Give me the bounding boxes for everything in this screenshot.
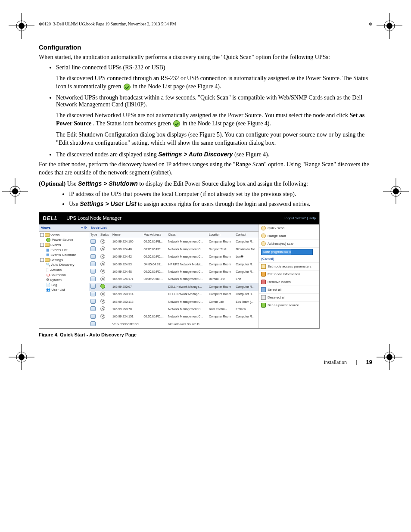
- search-icon: [261, 233, 266, 238]
- device-icon: [90, 314, 96, 319]
- table-row[interactable]: 166.99.250.114DELL Network Manage...Comp…: [89, 291, 258, 298]
- tree-shutdown[interactable]: ⏻ Shutdown: [46, 273, 88, 278]
- edit-info-action[interactable]: Edit node information: [259, 271, 319, 278]
- body-text: to assign access rights for users throug…: [138, 201, 310, 207]
- column-header[interactable]: Location: [208, 232, 234, 238]
- body-text: The Edit Shutdown Configuration dialog b…: [56, 131, 372, 147]
- bullet-title: Serial line connected UPSs (RS-232 or US…: [56, 64, 165, 71]
- table-row[interactable]: 166.99.224.17100:06:23:00:...Network Man…: [89, 276, 258, 283]
- tree-events-calendar[interactable]: ▦ Events Calendar: [46, 252, 88, 258]
- menu-path: Settings > Shutdown: [78, 180, 138, 187]
- page-number: 19: [366, 359, 372, 365]
- address-scan-action[interactable]: Address(es) scan: [259, 240, 319, 248]
- table-row[interactable]: 166.99.224.93D4:85:64:89:...HP UPS Netwo…: [89, 261, 258, 268]
- tree-events[interactable]: −Events: [40, 243, 88, 248]
- body-text: IP address of the UPS that powers the lo…: [69, 191, 296, 197]
- column-header[interactable]: Mac Address: [142, 232, 167, 238]
- bullet-title: Networked UPSs through broadcast within …: [56, 94, 362, 108]
- bold-text: (Optional): [39, 180, 65, 187]
- section-heading: Configuration: [39, 44, 372, 51]
- tree-settings[interactable]: −Settings: [40, 258, 88, 263]
- power-icon: [261, 303, 266, 308]
- status-unknown-icon: [100, 306, 105, 311]
- table-row[interactable]: VPS-ED9BC1F13CVirtual Power Source D...: [89, 320, 258, 328]
- cancel-link[interactable]: (Cancel): [261, 257, 274, 261]
- sidebar-title: Views: [41, 226, 51, 230]
- figure-caption: Figure 4. Quick Start - Auto Discovery P…: [39, 332, 372, 337]
- column-header[interactable]: Name: [111, 232, 142, 238]
- device-icon: [90, 299, 96, 304]
- key-icon: [261, 264, 266, 269]
- collapse-icon[interactable]: « ⟳: [81, 226, 87, 230]
- tree-events-list[interactable]: ▦ Events List: [46, 248, 88, 253]
- body-text: The discovered Networked UPSs are not au…: [56, 112, 350, 118]
- table-row[interactable]: 166.99.250.67DELL Network Manage...Compu…: [89, 283, 258, 290]
- status-ok-icon: [173, 120, 180, 127]
- device-icon: [90, 306, 96, 311]
- sidebar: Views « ⟳ −Views Power Source −Events ▦ …: [39, 224, 89, 328]
- tree-power-source[interactable]: Power Source: [46, 237, 88, 243]
- deselect-all-action[interactable]: Deselect all: [259, 294, 319, 302]
- status-unknown-icon: [100, 269, 105, 274]
- tree-system[interactable]: ⚙ System: [46, 277, 88, 283]
- column-header[interactable]: Contact: [234, 232, 258, 238]
- menu-path: Settings > User List: [80, 200, 136, 207]
- deselect-icon: [261, 295, 266, 300]
- tree-views[interactable]: −Views: [40, 233, 88, 238]
- tree-auto-discovery[interactable]: 🔍 Auto Discovery: [46, 262, 88, 268]
- edit-icon: [261, 272, 266, 277]
- table-row[interactable]: 166.99.250.70Network Management C...RnD …: [89, 305, 258, 313]
- app-header: DELL UPS Local Node Manager Logout 'admi…: [39, 212, 319, 224]
- tree-log[interactable]: 📄 Log: [46, 283, 88, 288]
- device-icon: [90, 246, 96, 251]
- dell-logo: DELL: [43, 215, 58, 221]
- table-row[interactable]: 166.99.224.4200:20:85:FD:...Network Mana…: [89, 253, 258, 261]
- set-params-action[interactable]: Set node access parameters: [259, 263, 319, 271]
- body-text: . The Status icon becomes green: [93, 120, 172, 127]
- table-row[interactable]: 166.99.224.4800:20:85:FD:...Network Mana…: [89, 268, 258, 275]
- status-ok-icon: [124, 84, 131, 90]
- body-text: (see Figure 4).: [234, 151, 269, 158]
- select-all-action[interactable]: Select all: [259, 286, 319, 294]
- status-unknown-icon: [100, 314, 105, 319]
- scan-progress: Scan progress: 58 % (Cancel): [259, 248, 319, 263]
- table-row[interactable]: 166.99.224.10600:20:85:FB:...Network Man…: [89, 238, 258, 246]
- remove-icon: [261, 280, 266, 284]
- device-icon: [90, 284, 96, 289]
- body-text: Use: [69, 201, 80, 207]
- status-unknown-icon: [100, 277, 105, 281]
- body-text: When started, the application automatica…: [39, 53, 372, 62]
- header-links[interactable]: Logout 'admin' | Help: [283, 216, 316, 221]
- table-row[interactable]: 166.99.224.4000:20:85:FD:...Network Mana…: [89, 246, 258, 253]
- actions-panel: Quick scan Range scan Address(es) scan S…: [259, 224, 319, 328]
- range-scan-action[interactable]: Range scan: [259, 232, 319, 240]
- set-power-action[interactable]: Set as power source: [259, 302, 319, 309]
- device-icon: [90, 261, 96, 266]
- column-header[interactable]: Type: [89, 232, 99, 238]
- nodelist-title: Node List: [89, 224, 258, 232]
- main-panel: Node List TypeStatusNameMac AddressClass…: [89, 224, 259, 328]
- body-text: in the Node List page (see Figure 4).: [183, 120, 271, 127]
- column-header[interactable]: Status: [99, 232, 111, 238]
- status-unknown-icon: [100, 254, 105, 259]
- app-title: UPS Local Node Manager: [66, 215, 121, 221]
- list-item: Networked UPSs through broadcast within …: [56, 94, 372, 148]
- book-icon: ⊕: [39, 22, 42, 26]
- list-item: Serial line connected UPSs (RS-232 or US…: [56, 64, 372, 91]
- status-unknown-icon: [100, 246, 105, 251]
- table-row[interactable]: 166.99.224.15100:20:85:FD:...Network Man…: [89, 313, 258, 320]
- running-header-text: 0120_3-Dell ULNM UG.book Page 19 Saturda…: [42, 22, 176, 26]
- status-unknown-icon: [100, 239, 105, 244]
- column-header[interactable]: Class: [167, 232, 208, 238]
- remove-action[interactable]: Remove nodes: [259, 278, 319, 286]
- device-icon: [90, 254, 96, 259]
- tree-user-list[interactable]: 👥 User List: [46, 287, 88, 292]
- status-unknown-icon: [100, 261, 105, 266]
- node-table: TypeStatusNameMac AddressClassLocationCo…: [89, 232, 258, 328]
- footer-section: Installation: [324, 359, 347, 365]
- body-text: to display the Edit Power Source dialog …: [139, 180, 308, 187]
- tree-actions[interactable]: ⬚ Actions: [46, 268, 88, 273]
- menu-path: Settings > Auto Discovery: [158, 151, 233, 158]
- quick-scan-action[interactable]: Quick scan: [259, 224, 319, 232]
- table-row[interactable]: 166.99.250.118Network Management C...Com…: [89, 298, 258, 305]
